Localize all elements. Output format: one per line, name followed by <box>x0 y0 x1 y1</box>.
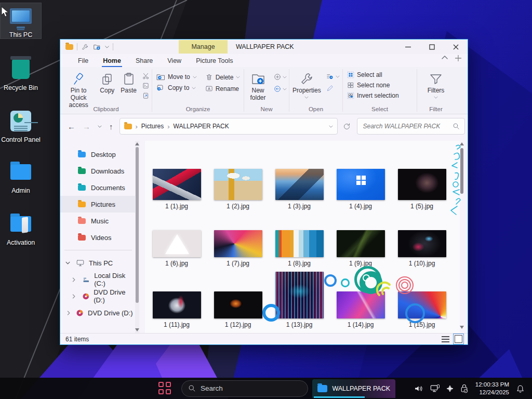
sidebar-item-pictures[interactable]: Pictures <box>60 196 137 212</box>
tray-star-icon[interactable] <box>447 385 453 392</box>
forward-button[interactable]: → <box>83 122 90 131</box>
qat-dropdown-icon[interactable] <box>105 46 109 48</box>
pin-to-quick-access-button[interactable]: Pin to Quick access <box>60 71 97 110</box>
desktop-icon-control-panel[interactable]: Control Panel <box>1 108 41 143</box>
chevron-right-icon[interactable] <box>72 294 75 299</box>
file-item[interactable]: 1 (8).jpg <box>269 230 330 267</box>
file-item[interactable]: 1 (11).jpg <box>146 291 207 328</box>
taskbar-search[interactable]: Search <box>181 380 308 397</box>
tab-home[interactable]: Home <box>96 56 128 66</box>
thumbnail-view-icon[interactable] <box>455 335 462 343</box>
delete-button[interactable]: Delete <box>205 73 241 81</box>
file-item[interactable]: 1 (13).jpg <box>269 272 330 328</box>
file-item[interactable]: 1 (1).jpg <box>146 169 207 210</box>
file-item[interactable]: 1 (5).jpg <box>391 169 453 210</box>
network-icon[interactable] <box>430 384 440 393</box>
new-folder-button[interactable]: New folder <box>244 71 272 103</box>
file-item[interactable]: 1 (4).jpg <box>330 169 391 210</box>
file-item[interactable]: 1 (14).jpg <box>330 291 391 328</box>
chevron-right-icon[interactable] <box>72 277 75 282</box>
copy-to-button[interactable]: Copy to <box>156 84 197 91</box>
collapse-ribbon-icon[interactable] <box>442 55 448 59</box>
copy-path-icon[interactable] <box>142 82 150 89</box>
address-dropdown-icon[interactable] <box>329 125 333 128</box>
sidebar-item-this-pc[interactable]: This PC <box>60 255 137 271</box>
add-tab-icon[interactable] <box>455 55 461 61</box>
details-view-icon[interactable] <box>442 336 449 342</box>
file-thumbnail <box>337 230 385 257</box>
select-all-icon <box>347 71 354 78</box>
file-item[interactable]: 1 (6).jpg <box>146 230 207 267</box>
refresh-icon[interactable] <box>343 123 351 130</box>
up-button[interactable]: ↑ <box>109 122 113 131</box>
recent-locations-icon[interactable] <box>98 125 102 128</box>
file-item[interactable]: 1 (7).jpg <box>207 230 269 267</box>
invert-selection-button[interactable]: Invert selection <box>347 92 399 99</box>
tab-file[interactable]: File <box>71 56 96 66</box>
sidebar-scrollbar[interactable] <box>135 141 139 333</box>
chevron-down-icon[interactable] <box>65 261 70 264</box>
properties-qat-icon[interactable] <box>81 43 89 51</box>
sidebar-item-documents[interactable]: Documents <box>60 179 137 196</box>
breadcrumb[interactable]: › Pictures › WALLPAPER PACK <box>119 118 338 135</box>
file-item[interactable]: 1 (3).jpg <box>269 169 330 210</box>
paste-button[interactable]: Paste <box>117 71 140 110</box>
manage-context-tab[interactable]: Manage <box>179 40 228 54</box>
address-bar-row: ← → ↑ › Pictures › WALLPAPER PACK <box>60 114 468 138</box>
cut-icon[interactable] <box>142 72 150 79</box>
desktop-icon-recycle-bin[interactable]: Recycle Bin <box>1 56 41 91</box>
group-new: New folder New <box>244 67 289 114</box>
new-folder-qat-icon[interactable] <box>92 43 101 51</box>
file-scrollbar[interactable] <box>460 141 464 333</box>
file-item[interactable]: 1 (12).jpg <box>207 291 269 328</box>
file-item[interactable]: 1 (9).jpg <box>330 230 391 267</box>
filters-button[interactable]: Filters <box>424 71 448 100</box>
notifications-bell-icon[interactable] <box>516 384 525 393</box>
close-button[interactable] <box>444 39 468 54</box>
taskbar-clock[interactable]: 12:00:33 PM 12/24/2025 <box>475 381 509 396</box>
file-thumbnail <box>275 272 324 318</box>
select-none-button[interactable]: Select none <box>347 82 399 89</box>
sidebar-item-desktop[interactable]: Desktop <box>60 146 137 163</box>
tab-view[interactable]: View <box>160 56 189 66</box>
open-icon[interactable] <box>326 73 334 80</box>
rename-button[interactable]: Rename <box>205 85 241 92</box>
disk-drive-icon <box>82 276 90 283</box>
sidebar-item-dvd-drive-1[interactable]: DVD Drive (D:) <box>60 288 137 304</box>
sidebar-item-downloads[interactable]: Downloads <box>60 163 137 179</box>
sidebar-item-dvd-drive-2[interactable]: DVD Drive (D:) <box>60 304 137 321</box>
select-all-button[interactable]: Select all <box>347 71 399 78</box>
breadcrumb-current[interactable]: WALLPAPER PACK <box>174 123 229 130</box>
properties-button[interactable]: Properties <box>289 71 324 100</box>
security-lock-icon[interactable] <box>460 384 469 393</box>
file-item[interactable]: 1 (15).jpg <box>391 291 453 328</box>
search-box[interactable] <box>357 118 465 135</box>
copy-button[interactable]: Copy <box>97 71 117 110</box>
file-item[interactable]: 1 (10).jpg <box>391 230 453 267</box>
move-to-button[interactable]: Move to <box>156 73 197 81</box>
sidebar-item-music[interactable]: Music <box>60 212 137 229</box>
sidebar-item-videos[interactable]: Videos <box>60 229 137 246</box>
maximize-button[interactable] <box>420 39 444 54</box>
tab-picture-tools[interactable]: Picture Tools <box>189 56 240 66</box>
chevron-right-icon[interactable] <box>67 311 70 315</box>
sidebar-item-local-disk-c[interactable]: Local Disk (C:) <box>60 271 137 288</box>
edit-icon[interactable] <box>326 85 334 92</box>
desktop-icon-admin[interactable]: Admin <box>1 159 41 194</box>
paste-shortcut-icon[interactable] <box>142 92 150 99</box>
tab-share[interactable]: Share <box>128 56 160 66</box>
volume-icon[interactable] <box>414 384 423 393</box>
search-input[interactable] <box>362 122 453 130</box>
title-bar[interactable]: Manage WALLPAPER PACK <box>60 39 468 54</box>
new-item-icon[interactable] <box>274 73 281 81</box>
desktop-icon-this-pc[interactable]: This PC <box>1 3 41 38</box>
back-button[interactable]: ← <box>68 122 75 131</box>
start-button[interactable] <box>158 382 172 395</box>
easy-access-icon[interactable] <box>274 85 281 92</box>
desktop-icon-activation[interactable]: Activation <box>1 211 41 246</box>
minimize-button[interactable] <box>396 39 420 54</box>
breadcrumb-pictures[interactable]: Pictures <box>141 123 164 130</box>
file-item[interactable]: 1 (2).jpg <box>207 169 269 210</box>
ribbon: Pin to Quick access Copy Paste <box>60 67 468 114</box>
taskbar-item-wallpaper-pack[interactable]: WALLPAPER PACK <box>312 379 395 398</box>
